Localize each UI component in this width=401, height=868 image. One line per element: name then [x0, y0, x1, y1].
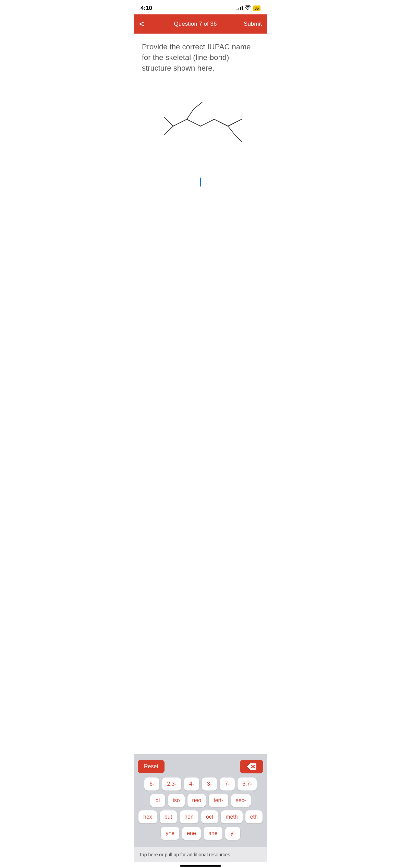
key-sec[interactable]: sec-: [231, 794, 251, 807]
home-bar: [180, 865, 221, 867]
question-progress: Question 7 of 36: [153, 21, 238, 27]
key-row-4: yne ene ane yl: [161, 827, 240, 840]
key-4-dash[interactable]: 4-: [184, 777, 199, 791]
keyboard-section: Reset 6- 2,3- 4- 3- 7- 6,7- di: [134, 754, 267, 847]
question-text: Provide the correct IUPAC name for the s…: [142, 42, 259, 73]
key-ane[interactable]: ane: [204, 827, 222, 840]
wifi-icon: [245, 5, 251, 11]
backspace-button[interactable]: [240, 760, 263, 773]
header: < Question 7 of 36 Submit: [134, 14, 267, 34]
key-neo[interactable]: neo: [187, 794, 206, 807]
status-bar: 4:10 35: [134, 0, 267, 14]
text-cursor: [200, 178, 201, 186]
key-meth[interactable]: meth: [221, 810, 243, 823]
reset-button[interactable]: Reset: [138, 760, 165, 773]
battery-icon: 35: [253, 5, 260, 11]
key-ene[interactable]: ene: [182, 827, 201, 840]
key-non[interactable]: non: [180, 810, 198, 823]
key-but[interactable]: but: [160, 810, 177, 823]
key-67-dash[interactable]: 6,7-: [238, 777, 257, 791]
key-oct[interactable]: oct: [201, 810, 218, 823]
key-tert[interactable]: tert-: [209, 794, 228, 807]
svg-line-5: [187, 119, 200, 126]
key-iso[interactable]: iso: [168, 794, 184, 807]
key-di[interactable]: di: [150, 794, 165, 807]
svg-line-10: [235, 135, 242, 142]
back-button[interactable]: <: [139, 19, 153, 29]
key-7-dash[interactable]: 7-: [220, 777, 235, 791]
key-row-3: hex but non oct meth eth: [138, 810, 263, 823]
key-23-dash[interactable]: 2,3-: [162, 777, 181, 791]
svg-line-0: [165, 118, 173, 126]
svg-line-3: [187, 109, 194, 119]
key-yl[interactable]: yl: [225, 827, 240, 840]
svg-line-8: [228, 119, 242, 126]
submit-button[interactable]: Submit: [238, 21, 262, 27]
signal-icon: [236, 6, 243, 10]
keyboard-top-row: Reset: [138, 760, 263, 773]
molecule-diagram: [142, 82, 259, 174]
svg-line-7: [214, 119, 228, 126]
resource-bar-text: Tap here or pull up for additional resou…: [139, 852, 230, 857]
svg-line-4: [194, 102, 202, 109]
key-row-2: di iso neo tert- sec-: [150, 794, 251, 807]
key-3-dash[interactable]: 3-: [202, 777, 217, 791]
svg-line-9: [228, 126, 235, 135]
key-6-dash[interactable]: 6-: [144, 777, 159, 791]
key-hex[interactable]: hex: [138, 810, 157, 823]
svg-line-6: [200, 119, 214, 126]
key-yne[interactable]: yne: [161, 827, 179, 840]
svg-line-2: [173, 119, 187, 126]
resource-bar[interactable]: Tap here or pull up for additional resou…: [134, 847, 267, 862]
status-icons: 35: [236, 5, 260, 11]
status-time: 4:10: [141, 5, 152, 12]
key-eth[interactable]: eth: [245, 810, 263, 823]
key-row-1: 6- 2,3- 4- 3- 7- 6,7-: [144, 777, 256, 791]
main-content: Provide the correct IUPAC name for the s…: [134, 34, 267, 196]
answer-input-area[interactable]: [142, 174, 259, 192]
home-indicator: [134, 862, 267, 868]
keyboard-rows: 6- 2,3- 4- 3- 7- 6,7- di iso neo tert- s…: [138, 777, 263, 840]
svg-line-1: [165, 126, 173, 135]
